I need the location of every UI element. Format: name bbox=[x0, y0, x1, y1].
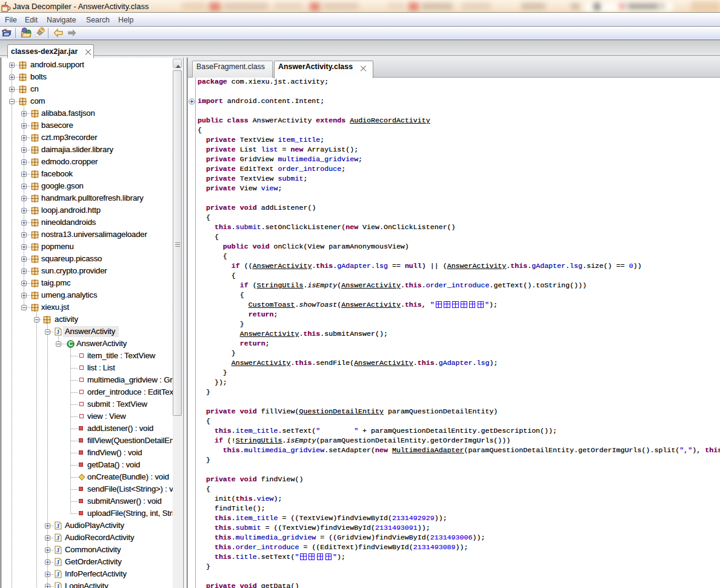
svg-text:J: J bbox=[56, 534, 60, 541]
svg-text:J: J bbox=[56, 583, 60, 588]
svg-text:J: J bbox=[56, 522, 60, 529]
svg-text:C: C bbox=[68, 340, 73, 347]
svg-text:J: J bbox=[56, 558, 60, 566]
svg-text:J: J bbox=[56, 328, 60, 335]
svg-text:J: J bbox=[56, 570, 60, 578]
svg-text:J: J bbox=[56, 546, 60, 553]
